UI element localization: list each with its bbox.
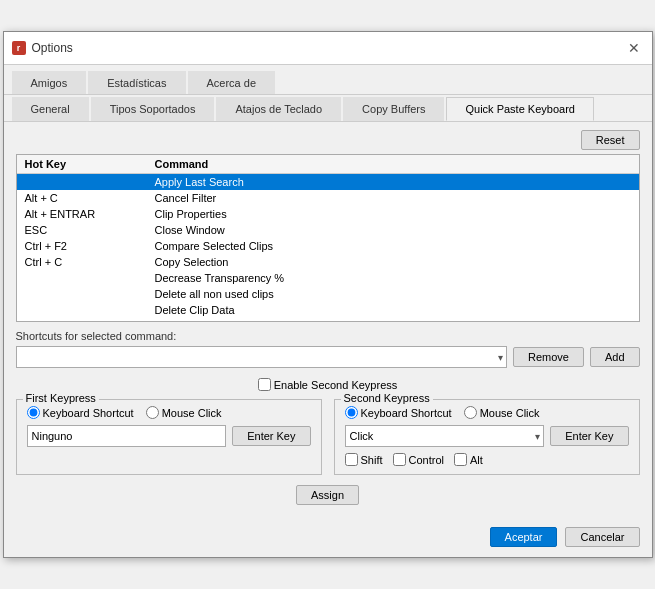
second-enter-key-button[interactable]: Enter Key xyxy=(550,426,628,446)
reset-row: Reset xyxy=(16,130,640,150)
tab-atajos[interactable]: Atajos de Teclado xyxy=(216,97,341,121)
second-keyboard-radio-label[interactable]: Keyboard Shortcut xyxy=(345,406,452,419)
second-keypress-select[interactable]: Click xyxy=(345,425,545,447)
second-mouse-radio[interactable] xyxy=(464,406,477,419)
tab-row-2: General Tipos Soportados Atajos de Tecla… xyxy=(4,95,652,122)
second-keyboard-radio[interactable] xyxy=(345,406,358,419)
first-enter-key-button[interactable]: Enter Key xyxy=(232,426,310,446)
first-keypress-radio-row: Keyboard Shortcut Mouse Click xyxy=(27,406,311,419)
tab-copy-buffers[interactable]: Copy Buffers xyxy=(343,97,444,121)
hotkey-table: Hot Key Command Apply Last Search Alt + … xyxy=(16,154,640,322)
add-button[interactable]: Add xyxy=(590,347,640,367)
first-keyboard-radio-label[interactable]: Keyboard Shortcut xyxy=(27,406,134,419)
first-mouse-label: Mouse Click xyxy=(162,407,222,419)
command-cell: Apply Last Search xyxy=(151,175,635,189)
shortcuts-select[interactable] xyxy=(16,346,507,368)
second-keyboard-label: Keyboard Shortcut xyxy=(361,407,452,419)
first-mouse-radio-label[interactable]: Mouse Click xyxy=(146,406,222,419)
control-checkbox[interactable] xyxy=(393,453,406,466)
table-row[interactable]: Ctrl + E Edit Clip xyxy=(17,318,639,322)
command-cell: Compare Selected Clips xyxy=(151,239,635,253)
assign-button[interactable]: Assign xyxy=(296,485,359,505)
window-title: Options xyxy=(32,41,73,55)
first-keyboard-label: Keyboard Shortcut xyxy=(43,407,134,419)
cancel-button[interactable]: Cancelar xyxy=(565,527,639,547)
shift-checkbox-label[interactable]: Shift xyxy=(345,453,383,466)
second-keypress-input-row: Click Enter Key xyxy=(345,425,629,447)
enable-second-keypress-row: Enable Second Keypress xyxy=(16,378,640,391)
footer-row: Aceptar Cancelar xyxy=(4,521,652,557)
hotkey-cell: Ctrl + F2 xyxy=(21,239,151,253)
hotkey-cell xyxy=(21,303,151,317)
alt-checkbox[interactable] xyxy=(454,453,467,466)
table-row[interactable]: Alt + C Cancel Filter xyxy=(17,190,639,206)
table-row[interactable]: ESC Close Window xyxy=(17,222,639,238)
command-cell: Copy Selection xyxy=(151,255,635,269)
options-window: r Options ✕ Amigos Estadísticas Acerca d… xyxy=(3,31,653,558)
table-row[interactable]: Decrease Transparency % xyxy=(17,270,639,286)
control-checkbox-label[interactable]: Control xyxy=(393,453,444,466)
second-keypress-combo-wrapper: Click xyxy=(345,425,545,447)
second-keypress-radio-row: Keyboard Shortcut Mouse Click xyxy=(345,406,629,419)
command-cell: Clip Properties xyxy=(151,207,635,221)
tab-general[interactable]: General xyxy=(12,97,89,121)
command-cell: Delete all non used clips xyxy=(151,287,635,301)
first-keypress-input[interactable] xyxy=(27,425,227,447)
title-bar: r Options ✕ xyxy=(4,32,652,65)
tab-content: Reset Hot Key Command Apply Last Search … xyxy=(4,122,652,521)
accept-button[interactable]: Aceptar xyxy=(490,527,558,547)
command-cell: Edit Clip xyxy=(151,319,635,322)
hotkey-cell: Ctrl + E xyxy=(21,319,151,322)
remove-button[interactable]: Remove xyxy=(513,347,584,367)
alt-label: Alt xyxy=(470,454,483,466)
table-row[interactable]: Delete Clip Data xyxy=(17,302,639,318)
tab-tipos[interactable]: Tipos Soportados xyxy=(91,97,215,121)
tab-amigos[interactable]: Amigos xyxy=(12,71,87,94)
assign-row: Assign xyxy=(16,485,640,505)
second-mouse-radio-label[interactable]: Mouse Click xyxy=(464,406,540,419)
hotkey-cell: Alt + C xyxy=(21,191,151,205)
alt-checkbox-label[interactable]: Alt xyxy=(454,453,483,466)
keypress-panels: First Keypress Keyboard Shortcut Mouse C… xyxy=(16,399,640,475)
hotkey-cell: ESC xyxy=(21,223,151,237)
window-close-button[interactable]: ✕ xyxy=(624,38,644,58)
title-bar-left: r Options xyxy=(12,41,73,55)
shortcuts-row: Remove Add xyxy=(16,346,640,368)
tab-quick-paste[interactable]: Quick Paste Keyboard xyxy=(446,97,593,121)
control-label: Control xyxy=(409,454,444,466)
first-keypress-input-row: Enter Key xyxy=(27,425,311,447)
table-header: Hot Key Command xyxy=(17,155,639,174)
command-cell: Cancel Filter xyxy=(151,191,635,205)
first-keyboard-radio[interactable] xyxy=(27,406,40,419)
shortcuts-combo-wrapper xyxy=(16,346,507,368)
enable-second-keypress-checkbox[interactable] xyxy=(258,378,271,391)
shortcuts-label: Shortcuts for selected command: xyxy=(16,330,640,342)
second-keypress-title: Second Keypress xyxy=(341,392,433,404)
second-keypress-checkbox-row: Shift Control Alt xyxy=(345,453,629,466)
tab-acerca[interactable]: Acerca de xyxy=(188,71,276,94)
shift-checkbox[interactable] xyxy=(345,453,358,466)
first-keypress-title: First Keypress xyxy=(23,392,99,404)
second-mouse-label: Mouse Click xyxy=(480,407,540,419)
first-keypress-panel: First Keypress Keyboard Shortcut Mouse C… xyxy=(16,399,322,475)
tab-estadisticas[interactable]: Estadísticas xyxy=(88,71,185,94)
table-row[interactable]: Apply Last Search xyxy=(17,174,639,190)
hotkey-cell: Alt + ENTRAR xyxy=(21,207,151,221)
command-cell: Close Window xyxy=(151,223,635,237)
table-row[interactable]: Ctrl + F2 Compare Selected Clips xyxy=(17,238,639,254)
app-icon: r xyxy=(12,41,26,55)
reset-button[interactable]: Reset xyxy=(581,130,640,150)
second-keypress-panel: Second Keypress Keyboard Shortcut Mouse … xyxy=(334,399,640,475)
table-row[interactable]: Alt + ENTRAR Clip Properties xyxy=(17,206,639,222)
hotkey-cell xyxy=(21,287,151,301)
command-cell: Delete Clip Data xyxy=(151,303,635,317)
col-header-command: Command xyxy=(151,157,635,171)
hotkey-cell xyxy=(21,175,151,189)
table-row[interactable]: Delete all non used clips xyxy=(17,286,639,302)
hotkey-cell xyxy=(21,271,151,285)
tab-row-1: Amigos Estadísticas Acerca de xyxy=(4,65,652,95)
first-mouse-radio[interactable] xyxy=(146,406,159,419)
enable-second-keypress-text: Enable Second Keypress xyxy=(274,379,398,391)
table-row[interactable]: Ctrl + C Copy Selection xyxy=(17,254,639,270)
enable-second-keypress-label[interactable]: Enable Second Keypress xyxy=(258,378,398,391)
